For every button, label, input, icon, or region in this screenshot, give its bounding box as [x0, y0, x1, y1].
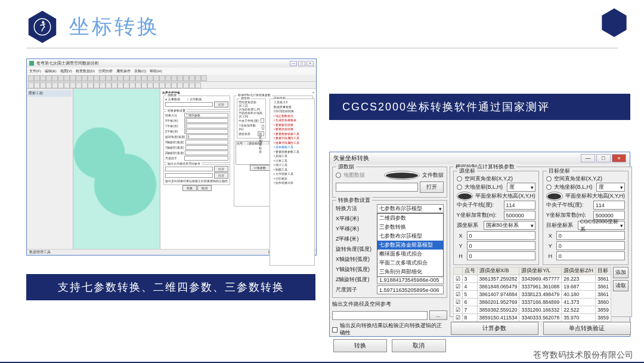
- tgt-opt1[interactable]: [546, 176, 552, 182]
- page-title: 坐标转换: [69, 13, 160, 41]
- menu-item[interactable]: 检查数据(D): [76, 69, 95, 74]
- output-label: 输出文件路径及空间参考: [332, 300, 391, 308]
- output-path-input[interactable]: [332, 311, 428, 320]
- open-button[interactable]: 打开: [420, 182, 444, 193]
- app-icon: [29, 61, 34, 66]
- window-title: 矢量坐标转换: [333, 154, 369, 162]
- radio-mapdata[interactable]: [336, 173, 341, 178]
- cancel-button[interactable]: 取消: [197, 185, 212, 191]
- panel-header: 图形工程: [28, 90, 72, 97]
- points-table[interactable]: 点号源俱坐标X/B源俱坐标Y/L源俱坐标Z/H目标 ☑33861357.2592…: [453, 267, 611, 322]
- map-canvas[interactable]: [73, 89, 160, 249]
- divider: [26, 48, 618, 48]
- close-button[interactable]: ×: [306, 61, 314, 66]
- scale-input[interactable]: 1.59711635205895e-006: [377, 285, 444, 294]
- open-button[interactable]: 打开: [214, 101, 228, 107]
- calc-button[interactable]: 计算参数: [451, 322, 538, 335]
- screenshot-gis-app: 苍穹第七次国土调查空间数据分析 — □ × 文件(F) 编辑(E) 视图(V) …: [26, 59, 317, 256]
- svg-point-0: [34, 19, 51, 35]
- window-titlebar: 矢量坐标转换 — □ ×: [330, 152, 630, 164]
- src-sys-select[interactable]: 国家80坐标系: [484, 221, 535, 230]
- calc-button[interactable]: 计算参数: [250, 165, 270, 171]
- toolbox-tree[interactable]: 工具箱 2.0数据质量检查CGCS坐标转换• 地正整数标注• 生成坐标规格表• …: [270, 99, 315, 266]
- banner-bottom: 支持七参数转换、二维四参数、三参数转换: [26, 274, 315, 300]
- footer-company: 苍穹数码技术股份有限公司: [533, 350, 633, 361]
- menu-item[interactable]: 表格(C): [134, 69, 146, 74]
- menu-item[interactable]: 帮助(H): [150, 69, 162, 74]
- screenshot-dialog-large: 矢量坐标转换 — □ × 源数据 地图数据 文件数据 打开 转换参数设置 转换方…: [329, 152, 630, 337]
- menu-item[interactable]: 属性操作: [116, 69, 131, 74]
- source-path-input[interactable]: [336, 183, 418, 192]
- cancel-button[interactable]: 取消: [392, 339, 445, 352]
- method-select[interactable]: 七参数布尔莎模型 二维四参数三参数转换七参数布尔莎模型七参数莫洛金斯基模型椭球面…: [377, 204, 444, 213]
- menubar[interactable]: 文件(F) 编辑(E) 视图(V) 检查数据(D) 空间分析 属性操作 表格(C…: [27, 67, 316, 75]
- panel-layers[interactable]: 图形工程: [27, 89, 73, 249]
- runner-icon: [33, 18, 51, 36]
- minimize-button[interactable]: —: [290, 61, 297, 66]
- add-button[interactable]: 添加: [613, 267, 628, 278]
- src-opt2[interactable]: [457, 184, 462, 190]
- browse-button[interactable]: ...: [429, 310, 447, 320]
- read-button[interactable]: 读取: [613, 280, 628, 291]
- maximize-button[interactable]: □: [596, 154, 611, 162]
- src-opt3[interactable]: [457, 192, 473, 201]
- toolbar-row2[interactable]: [27, 82, 316, 89]
- method-dropdown[interactable]: 二维四参数三参数转换七参数布尔莎模型七参数莫洛金斯基模型椭球面多项式拟合平面二次…: [377, 213, 444, 277]
- verify-button[interactable]: 单点转换验证: [543, 322, 631, 335]
- svg-point-1: [42, 21, 45, 24]
- reverse-check[interactable]: [332, 327, 338, 333]
- menu-item[interactable]: 编辑(E): [45, 69, 57, 74]
- group-control: 根据控制点计算转换参数 源坐标 空间直角坐标(X,Y,Z) 大地坐标(B,L,H…: [450, 167, 632, 317]
- banner-top: CGCS2000坐标转换软件通过国家测评: [329, 94, 630, 120]
- convert-button[interactable]: 转换: [182, 185, 197, 191]
- tgt-sys-select[interactable]: CGCS2000坐标系: [578, 221, 625, 230]
- window-title: 苍穹第七次国土调查空间数据分析: [36, 60, 99, 66]
- window-titlebar: 苍穹第七次国土调查空间数据分析 — □ ×: [27, 59, 316, 67]
- menu-item[interactable]: 视图(V): [60, 69, 72, 74]
- tgt-opt3[interactable]: [546, 192, 563, 201]
- src-opt1[interactable]: [457, 176, 462, 182]
- group-source: 源数据 地图数据 文件数据 打开: [332, 167, 447, 198]
- tgt-opt2[interactable]: [546, 184, 552, 190]
- menu-item[interactable]: 空间分析: [98, 69, 113, 74]
- radio-filedata[interactable]: [384, 171, 420, 180]
- close-button[interactable]: ×: [612, 154, 626, 162]
- minimize-button[interactable]: —: [581, 154, 595, 162]
- toolbar-row1[interactable]: [27, 75, 316, 82]
- dialog-vector-transform-small: 矢量坐标转换× 源数据 ● 矢量数据○ 文件数据 打开 转换参数设置 转换方法二…: [160, 89, 316, 249]
- maximize-button[interactable]: □: [298, 61, 305, 66]
- convert-button[interactable]: 转换: [333, 339, 387, 352]
- group-params: 转换参数设置 转换方法 七参数布尔莎模型 二维四参数三参数转换七参数布尔莎模型七…: [332, 200, 447, 298]
- logo-hex: [26, 11, 58, 43]
- menu-item[interactable]: 文件(F): [29, 69, 41, 74]
